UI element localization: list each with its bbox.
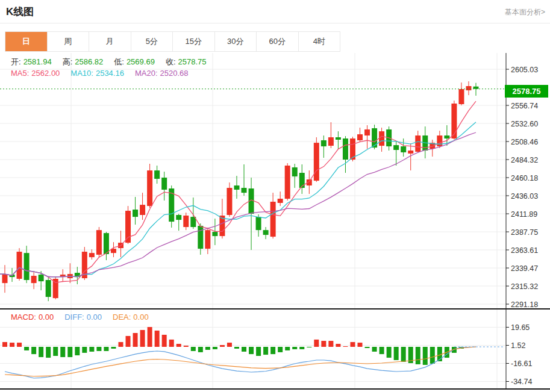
macd-histogram-bar — [256, 347, 261, 356]
candle-body — [140, 205, 145, 215]
price-axis-label: 2315.32 — [511, 282, 538, 291]
price-axis-label: 2339.47 — [511, 264, 538, 273]
candle-body — [212, 232, 217, 236]
ma5-legend: MA5:2562.00 — [11, 69, 62, 78]
ohlc-row: 开:2581.94高:2586.82低:2569.69收:2578.75 — [11, 57, 217, 67]
candle-body — [227, 188, 232, 215]
macd-histogram-bar — [67, 347, 72, 357]
macd-histogram-bar — [372, 347, 377, 352]
dea-legend: DEA:0.00 — [113, 313, 151, 322]
macd-histogram-bar — [148, 327, 152, 347]
macd-histogram-bar — [89, 347, 94, 352]
macd-histogram-bar — [343, 346, 348, 347]
macd-histogram-bar — [401, 347, 406, 362]
candle-body — [314, 143, 319, 181]
macd-histogram-bar — [169, 340, 174, 347]
candle-body — [321, 140, 327, 146]
ohlc-low-label: 低: — [114, 57, 124, 66]
candle-body — [234, 185, 239, 190]
candle-body — [270, 202, 276, 237]
macd-axis-label: 19.65 — [511, 323, 530, 332]
ohlc-open: 开:2581.94 — [11, 57, 54, 67]
macd-histogram-bar — [198, 347, 203, 352]
price-axis-label: 2605.03 — [511, 66, 538, 74]
ma20-legend: MA20:2520.68 — [135, 69, 191, 78]
macd-histogram-bar — [24, 347, 29, 350]
macd-histogram-bar — [380, 347, 384, 354]
macd-histogram-bar — [249, 347, 254, 354]
candle-body — [357, 134, 363, 140]
macd-legend: MACD:0.00 — [11, 313, 56, 322]
macd-histogram-bar — [285, 347, 290, 350]
ohlc-low: 低:2569.69 — [114, 57, 157, 67]
macd-histogram-bar — [126, 336, 131, 347]
macd-histogram-bar — [118, 342, 123, 347]
dea-legend-label: DEA: — [113, 313, 131, 322]
candle-body — [147, 170, 152, 206]
macd-histogram-bar — [213, 347, 217, 349]
macd-axis-label: 1.52 — [511, 341, 525, 350]
macd-histogram-bar — [387, 347, 392, 358]
macd-legend-label: MACD: — [11, 313, 36, 322]
candle-body — [205, 230, 210, 249]
candle-body — [415, 135, 420, 152]
macd-histogram-bar — [328, 341, 333, 347]
macd-histogram-bar — [423, 347, 428, 365]
candle-body — [328, 137, 334, 146]
macd-histogram-bar — [133, 333, 138, 347]
candle-body — [408, 151, 413, 154]
macd-histogram-bar — [60, 347, 65, 357]
ohlc-close-value: 2578.75 — [178, 57, 207, 66]
macd-histogram-bar — [314, 340, 319, 347]
candle-body — [256, 217, 261, 230]
candle-body — [473, 87, 479, 89]
ma10-legend-label: MA10: — [70, 69, 93, 78]
macd-histogram-bar — [336, 344, 340, 347]
candle-body — [161, 178, 167, 190]
candle-body — [89, 253, 95, 257]
macd-axis-label: -34.74 — [511, 378, 532, 386]
macd-histogram-bar — [270, 347, 275, 354]
candle-body — [60, 275, 66, 276]
candle-body — [104, 233, 109, 254]
macd-histogram-bar — [96, 347, 101, 351]
price-axis-label: 2532.60 — [511, 120, 538, 128]
ma20-legend-label: MA20: — [135, 69, 158, 78]
candle-body — [393, 145, 399, 150]
macd-histogram-bar — [184, 346, 189, 347]
price-axis-label: 2387.75 — [511, 228, 538, 237]
macd-histogram-bar — [10, 343, 14, 347]
macd-histogram-bar — [53, 347, 58, 356]
macd-histogram-bar — [365, 347, 370, 348]
macd-axis-label: -16.61 — [511, 359, 532, 368]
macd-histogram-bar — [46, 347, 51, 358]
ma10-legend-value: 2534.16 — [96, 69, 124, 78]
candle-body — [39, 275, 44, 281]
candle-body — [133, 210, 138, 217]
ma10-legend: MA10:2534.16 — [70, 69, 127, 78]
macd-histogram-bar — [155, 331, 160, 347]
macd-histogram-bar — [394, 347, 399, 360]
macd-histogram-bar — [292, 347, 297, 349]
price-axis-label: 2363.61 — [511, 246, 538, 255]
candle-body — [336, 137, 341, 140]
candle-body — [343, 138, 348, 160]
macd-histogram-bar — [75, 347, 80, 355]
candle-body — [292, 167, 298, 176]
ohlc-close-label: 收: — [166, 57, 176, 66]
macd-histogram-bar — [278, 347, 283, 352]
candle-body — [379, 131, 384, 146]
ma5-legend-value: 2562.00 — [31, 69, 60, 78]
candle-body — [2, 274, 8, 283]
macd-histogram-bar — [111, 347, 116, 349]
macd-legend-row: MACD:0.00DIFF:0.00DEA:0.00 — [11, 313, 160, 322]
macd-histogram-bar — [307, 347, 311, 347]
ohlc-close: 收:2578.75 — [166, 57, 209, 67]
candle-body — [401, 146, 406, 152]
diff-legend: DIFF:0.00 — [64, 313, 104, 322]
candle-body — [451, 104, 457, 138]
candle-body — [46, 280, 51, 297]
price-axis-label: 2460.18 — [511, 174, 538, 182]
dea-legend-value: 0.00 — [133, 313, 148, 322]
ohlc-open-value: 2581.94 — [23, 57, 52, 66]
